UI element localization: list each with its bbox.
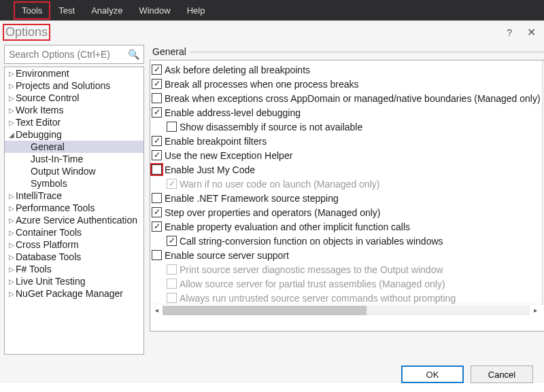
tree-node[interactable]: ▷F# Tools [5,263,143,275]
tree-node[interactable]: ▷Container Tools [5,226,143,238]
hscroll-thumb[interactable] [163,306,367,315]
chevron-right-icon[interactable]: ▷ [7,278,16,285]
menubar: Tools Test Analyze Window Help [0,0,544,20]
checkbox[interactable] [152,93,162,103]
menu-test[interactable]: Test [50,1,83,20]
chevron-right-icon[interactable]: ▷ [7,266,16,273]
checkbox[interactable] [152,250,162,260]
tree-node[interactable]: Output Window [5,165,143,177]
tree-node[interactable]: ◢Debugging [5,128,143,141]
option-row: ✓Call string-conversion function on obje… [152,234,541,249]
tree-node[interactable]: ▷NuGet Package Manager [5,287,143,300]
tree-label: NuGet Package Manager [16,288,123,299]
option-label: Always run untrusted source server comma… [180,292,456,304]
chevron-down-icon[interactable]: ◢ [7,131,16,139]
tree-label: Azure Service Authentication [16,215,137,226]
search-input[interactable] [9,49,128,60]
tree-node[interactable]: ▷Database Tools [5,251,143,263]
option-label: Warn if no user code on launch (Managed … [180,178,379,191]
chevron-right-icon[interactable]: ▷ [7,229,16,236]
checkbox[interactable]: ✓ [152,65,162,75]
checkbox[interactable]: ✓ [152,207,162,217]
option-row: ✓Step over properties and operators (Man… [152,206,541,220]
option-label: Print source server diagnostic messages … [180,264,443,277]
chevron-right-icon[interactable]: ▷ [7,70,16,77]
tree-node[interactable]: Symbols [5,177,143,190]
option-label: Enable property evaluation and other imp… [165,221,410,234]
section-divider [190,52,544,52]
checkbox[interactable]: ✓ [152,79,162,89]
checkbox[interactable]: ✓ [152,107,162,118]
options-tree[interactable]: ▷Environment▷Projects and Solutions▷Sour… [4,67,144,355]
checkbox[interactable]: ✓ [152,150,162,160]
option-row: ✓Use the new Exception Helper [152,149,541,163]
chevron-right-icon[interactable]: ▷ [7,94,16,102]
option-row: ✓Warn if no user code on launch (Managed… [152,177,541,192]
option-label: Enable source server support [165,249,289,262]
option-label: Show disassembly if source is not availa… [180,121,362,134]
cancel-button[interactable]: Cancel [471,366,533,383]
option-label: Enable .NET Framework source stepping [165,192,339,205]
chevron-right-icon[interactable]: ▷ [7,241,16,249]
chevron-right-icon[interactable]: ▷ [7,192,16,200]
option-row: ✓Enable address-level debugging [152,106,541,120]
tree-node[interactable]: ▷Source Control [5,92,143,104]
option-label: Allow source server for partial trust as… [180,278,445,291]
tree-node[interactable]: ▷Azure Service Authentication [5,214,143,226]
option-label: Ask before deleting all breakpoints [165,64,310,77]
vertical-scrollbar[interactable]: ▴ ▾ [542,60,544,305]
scroll-right-icon[interactable]: ▸ [530,306,542,314]
tree-label: Debugging [16,129,62,140]
tree-node[interactable]: ▷Live Unit Testing [5,275,143,287]
menu-analyze[interactable]: Analyze [83,1,131,20]
checkbox[interactable]: ✓ [152,136,162,146]
chevron-right-icon[interactable]: ▷ [7,290,16,298]
chevron-right-icon[interactable]: ▷ [7,217,16,224]
chevron-right-icon[interactable]: ▷ [7,253,16,261]
option-row: Enable Just My Code [152,163,541,177]
chevron-right-icon[interactable]: ▷ [7,204,16,212]
tree-label: Database Tools [16,251,81,262]
menu-window[interactable]: Window [131,1,178,20]
scroll-left-icon[interactable]: ◂ [150,306,163,314]
option-row: Break when exceptions cross AppDomain or… [152,92,541,106]
option-row: Print source server diagnostic messages … [152,263,541,277]
chevron-right-icon[interactable]: ▷ [7,82,16,90]
tree-node[interactable]: ▷Performance Tools [5,202,143,214]
tree-node[interactable]: ▷Work Items [5,104,143,116]
menu-tools[interactable]: Tools [14,1,50,20]
search-options[interactable]: 🔍 [4,45,144,64]
ok-button[interactable]: OK [401,366,464,383]
option-label: Use the new Exception Helper [165,149,292,162]
tree-label: F# Tools [16,264,52,274]
tree-label: Container Tools [16,227,82,238]
option-label: Enable address-level debugging [165,107,301,120]
option-label: Break all processes when one process bre… [165,78,359,91]
tree-node[interactable]: ▷Environment [5,67,143,79]
checkbox[interactable] [152,193,162,203]
checkbox[interactable]: ✓ [152,221,162,232]
tree-label: Performance Tools [16,202,95,213]
checkbox[interactable] [152,164,162,175]
help-icon[interactable]: ? [507,27,512,38]
checkbox[interactable] [167,122,177,132]
tree-label: Source Control [16,92,79,103]
close-icon[interactable]: ✕ [527,26,536,39]
option-row: ✓Ask before deleting all breakpoints [152,63,541,77]
tree-node[interactable]: ▷Projects and Solutions [5,79,143,92]
tree-node[interactable]: General [5,141,143,153]
search-icon[interactable]: 🔍 [128,49,139,60]
option-label: Enable Just My Code [165,164,255,177]
horizontal-scrollbar[interactable]: ◂ ▸ [150,304,542,316]
tree-node[interactable]: Just-In-Time [5,153,143,165]
tree-node[interactable]: ▷Cross Platform [5,238,143,251]
menu-help[interactable]: Help [179,1,214,20]
checkbox[interactable]: ✓ [167,236,177,246]
tree-node[interactable]: ▷IntelliTrace [5,190,143,202]
chevron-right-icon[interactable]: ▷ [7,119,16,126]
option-row: Enable source server support [152,249,541,263]
tree-label: Text Editor [16,117,61,128]
tree-label: Projects and Solutions [16,80,110,91]
chevron-right-icon[interactable]: ▷ [7,107,16,114]
tree-node[interactable]: ▷Text Editor [5,116,143,128]
